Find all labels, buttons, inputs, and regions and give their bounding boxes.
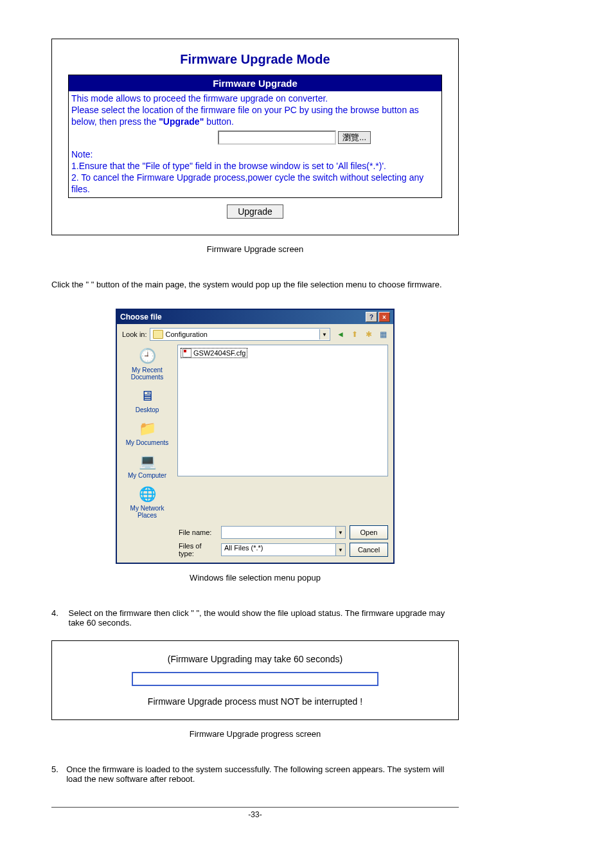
dialog-title: Choose file <box>120 312 162 321</box>
progress-line2: Firmware Upgrade process must NOT be int… <box>65 696 445 707</box>
desc-line1: This mode allows to proceed the firmware… <box>71 93 328 104</box>
new-folder-icon[interactable]: ✱ <box>364 329 374 339</box>
body-text-1: Click the " " button of the main page, t… <box>51 280 459 289</box>
panel-title: Firmware Upgrade Mode <box>68 46 442 75</box>
file-item[interactable]: GSW2404SF.cfg <box>181 348 247 358</box>
toolbar-icons: ◄ ⬆ ✱ ▦ <box>333 329 388 339</box>
view-icon[interactable]: ▦ <box>378 329 388 339</box>
filetype-combo[interactable]: All Files (*.*) ▼ <box>221 543 346 556</box>
note1b: field in the browse window is set to 'Al… <box>193 161 386 171</box>
step-5-number: 5. <box>51 764 66 784</box>
dialog-titlebar: Choose file ? × <box>117 310 393 324</box>
browse-button[interactable]: 瀏覽... <box>338 131 371 144</box>
filename-input[interactable]: ▼ <box>221 526 346 539</box>
firmware-inner-box: Firmware Upgrade This mode allows to pro… <box>68 75 442 198</box>
sidebar-item-documents[interactable]: 📁 My Documents <box>121 420 173 446</box>
dialog-top-row: Look in: Configuration ▼ ◄ ⬆ ✱ ▦ <box>117 324 393 345</box>
note1a: 1.Ensure that the <box>71 161 143 171</box>
caption-2: Windows file selection menu popup <box>51 573 459 583</box>
filetype-label: Files of type: <box>179 542 217 557</box>
step-4-number: 4. <box>51 608 69 628</box>
upgrade-button[interactable]: Upgrade <box>227 204 283 219</box>
look-in-combo[interactable]: Configuration ▼ <box>150 328 330 341</box>
dialog-bottom: File name: ▼ Open Files of type: All Fil… <box>117 523 393 563</box>
sidebar-item-desktop[interactable]: 🖥 Desktop <box>121 387 173 413</box>
cancel-button[interactable]: Cancel <box>350 543 388 557</box>
note-label: Note: <box>71 149 93 159</box>
sidebar-item-computer[interactable]: 💻 My Computer <box>121 453 173 479</box>
back-icon[interactable]: ◄ <box>335 329 346 339</box>
browse-row: 瀏覽... <box>69 129 441 147</box>
progress-panel: (Firmware Upgrading may take 60 seconds)… <box>51 640 459 720</box>
progress-bar <box>132 672 378 686</box>
dialog-sidebar: 🕘 My Recent Documents 🖥 Desktop 📁 My Doc… <box>121 345 173 519</box>
file-input[interactable] <box>218 131 336 145</box>
desc-line2b: button. <box>204 116 234 127</box>
step-5: 5. Once the firmware is loaded to the sy… <box>51 764 459 784</box>
computer-icon: 💻 <box>137 453 157 471</box>
sidebar-item-network[interactable]: 🌐 My Network Places <box>121 485 173 519</box>
open-button[interactable]: Open <box>350 525 388 539</box>
step-5-text: Once the firmware is loaded to the syste… <box>66 764 459 784</box>
upgrade-row: Upgrade <box>68 198 442 219</box>
caption-3: Firmware Upgrade progress screen <box>51 729 459 739</box>
section-header: Firmware Upgrade <box>69 75 441 91</box>
filetype-value: All Files (*.*) <box>222 543 266 553</box>
close-icon[interactable]: × <box>378 312 390 322</box>
file-icon <box>182 348 191 357</box>
description-block: This mode allows to proceed the firmware… <box>69 91 441 129</box>
chevron-down-icon[interactable]: ▼ <box>335 527 345 538</box>
sidebar-item-recent[interactable]: 🕘 My Recent Documents <box>121 347 173 381</box>
file-item-label: GSW2404SF.cfg <box>193 349 245 357</box>
recent-icon: 🕘 <box>137 347 157 365</box>
note2: 2. To cancel the Firmware Upgrade proces… <box>71 172 423 194</box>
file-dialog: Choose file ? × Look in: Configuration ▼… <box>116 309 395 564</box>
look-in-label: Look in: <box>122 330 147 338</box>
step-4: 4. Select on the firmware then click " "… <box>51 608 459 628</box>
documents-icon: 📁 <box>137 420 157 438</box>
filename-label: File name: <box>179 529 217 536</box>
note-block: Note: 1.Ensure that the "File of type" f… <box>69 147 441 198</box>
network-icon: 🌐 <box>137 485 157 503</box>
desc-line2a: Please select the location of the firmwa… <box>71 105 419 127</box>
page-number: -33- <box>51 807 459 819</box>
desktop-icon: 🖥 <box>137 387 157 405</box>
chevron-down-icon[interactable]: ▼ <box>319 329 329 339</box>
step-4-text: Select on the firmware then click " ", t… <box>69 608 459 628</box>
chevron-down-icon[interactable]: ▼ <box>335 544 345 556</box>
look-in-value: Configuration <box>166 330 208 338</box>
progress-line1: (Firmware Upgrading may take 60 seconds) <box>65 654 445 664</box>
firmware-upgrade-panel: Firmware Upgrade Mode Firmware Upgrade T… <box>51 39 459 235</box>
file-list-area[interactable]: GSW2404SF.cfg <box>177 345 388 476</box>
help-icon[interactable]: ? <box>366 312 377 322</box>
note1-bold: "File of type" <box>143 161 193 171</box>
up-icon[interactable]: ⬆ <box>350 329 360 339</box>
desc-upgrade-bold: "Upgrade" <box>159 116 204 127</box>
caption-1: Firmware Upgrade screen <box>51 244 459 254</box>
folder-icon <box>153 330 163 339</box>
